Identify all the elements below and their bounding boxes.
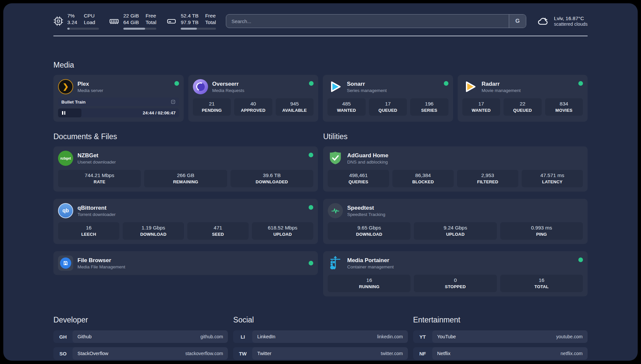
adguard-card[interactable]: AdGuard Home DNS and adblocking 498,461Q… [323,146,588,192]
section-title-documents: Documents & Files [53,132,318,141]
sonarr-icon [327,79,343,94]
stat-tile: 834MOVIES [545,98,583,116]
nzbget-icon: nzbget [58,151,73,166]
search-engine-button[interactable]: G [509,15,526,28]
stat-tile: 744.21 MbpsRATE [58,170,141,187]
cpu-progress-bar [67,28,99,30]
sonarr-card[interactable]: Sonarr Series management 485WANTED 17QUE… [323,75,453,122]
bookmark-netflix[interactable]: NF Netflixnetflix.com [413,347,588,360]
top-bar: 7%3.24 CPULoad [53,13,588,30]
portainer-icon [328,256,343,271]
stat-tile: 86,384BLOCKED [392,170,454,187]
app-subtitle: Speedtest Tracking [347,212,385,217]
stat-tile: 471SEED [187,222,249,240]
weather-location: Lviv, 16.87°C [554,15,588,21]
radarr-card[interactable]: Radarr Movie management 17WANTED 22QUEUE… [458,75,588,122]
app-subtitle: Series management [347,88,387,93]
bookmark-abbr: TW [233,347,252,360]
stat-tile: 22QUEUED [504,98,542,116]
status-dot [309,81,314,86]
weather-condition: scattered clouds [554,21,588,27]
portainer-card[interactable]: Media Portainer Container management 16R… [323,251,588,296]
filebrowser-icon [58,256,73,271]
section-entertainment: Entertainment YT YouTubeyoutube.com NF N… [413,316,588,361]
search-input[interactable] [226,15,509,28]
speedtest-card[interactable]: Speedtest Speedtest Tracking 9.65 GbpsDO… [323,199,588,244]
stat-tile: 498,461QUERIES [328,170,389,187]
bookmark-youtube[interactable]: YT YouTubeyoutube.com [413,330,588,343]
disk-widget: 52.4 TB97.9 TB FreeTotal [166,13,216,30]
status-dot [309,205,313,210]
stat-tile: 17WANTED [462,98,501,116]
stat-tile: 16LEECH [58,222,119,240]
playback-progress[interactable]: 24:44 / 02:06:47 [58,108,179,117]
radarr-icon [462,79,477,94]
bookmark-url: stackoverflow.com [185,351,223,356]
stat-tile: 266 GBREMAINING [144,170,227,187]
stat-tile: 16TOTAL [500,275,583,292]
app-title: AdGuard Home [347,152,388,159]
bookmark-name: Twitter [257,351,271,356]
section-documents: Documents & Files nzbget NZBGet Usenet d… [53,132,318,275]
section-title-developer: Developer [53,316,228,324]
stat-tile: 945AVAILABLE [276,98,314,116]
app-subtitle: DNS and adblocking [347,160,388,165]
bookmark-abbr: YT [413,330,432,343]
qbittorrent-card[interactable]: qb qBittorrent Torrent downloader 16LEEC… [53,199,318,244]
nzbget-card[interactable]: nzbget NZBGet Usenet downloader 744.21 M… [53,146,318,192]
section-title-social: Social [233,316,408,324]
app-subtitle: Container management [347,264,394,269]
app-title: Speedtest [347,205,385,211]
app-subtitle: Media server [77,88,103,93]
filebrowser-card[interactable]: File Browser Media File Management [53,251,318,275]
adguard-icon [328,151,343,166]
stat-tile: 17QUEUED [369,98,407,116]
bookmark-url: netflix.com [561,351,583,356]
plex-card[interactable]: ❯ Plex Media server Bullet Train [53,75,184,122]
app-title: Plex [77,81,103,87]
speedtest-icon [328,203,343,218]
bookmark-abbr: NF [413,347,432,360]
stat-tile: 40APPROVED [234,98,272,116]
memory-icon [109,16,119,26]
search-bar[interactable]: G [226,14,526,28]
bookmark-twitter[interactable]: TW Twittertwitter.com [233,347,408,360]
status-dot [174,81,179,86]
stat-tile: 1.19 GbpsDOWNLOAD [123,222,184,240]
section-title-utilities: Utilities [323,132,588,141]
stat-tile: 0.993 msPING [500,222,583,240]
qbittorrent-icon: qb [58,203,73,218]
stat-tile: 39.6 TBDOWNLOADED [230,170,313,187]
app-title: NZBGet [77,152,116,159]
now-playing-row: Bullet Train [58,98,179,106]
bookmark-linkedin[interactable]: LI LinkedInlinkedin.com [233,330,408,343]
app-subtitle: Media Requests [212,88,245,93]
bookmark-name: Netflix [437,351,450,356]
playback-time: 24:44 / 02:06:47 [143,108,176,117]
bookmark-url: twitter.com [381,351,403,356]
status-dot [578,81,583,86]
stat-tile: 485WANTED [327,98,366,116]
section-title-entertainment: Entertainment [413,316,588,324]
app-subtitle: Torrent downloader [77,212,116,217]
app-title: qBittorrent [77,205,116,211]
memory-labels: FreeTotal [145,13,156,26]
app-title: Sonarr [347,81,387,87]
app-title: Overseerr [212,81,245,87]
app-subtitle: Movie management [482,88,521,93]
section-title-media: Media [53,61,588,70]
stat-tile: 196SERIES [410,98,448,116]
memory-widget: 22 GiB64 GiB FreeTotal [109,13,156,30]
app-subtitle: Usenet downloader [77,160,116,165]
bookmark-stackoverflow[interactable]: SO StackOverflowstackoverflow.com [53,347,228,360]
bookmark-name: Github [77,334,92,339]
cpu-icon [53,16,63,26]
system-stats: 7%3.24 CPULoad [53,13,216,30]
bookmark-github[interactable]: GH Githubgithub.com [53,330,228,343]
stat-tile: 618.52 MbpsUPLOAD [252,222,313,240]
disk-labels: FreeTotal [205,13,216,26]
stat-tile: 2,953FILTERED [457,170,518,187]
now-playing-title: Bullet Train [61,100,86,105]
overseerr-card[interactable]: Overseerr Media Requests 21PENDING 40APP… [188,75,319,122]
bookmark-abbr: LI [233,330,252,343]
